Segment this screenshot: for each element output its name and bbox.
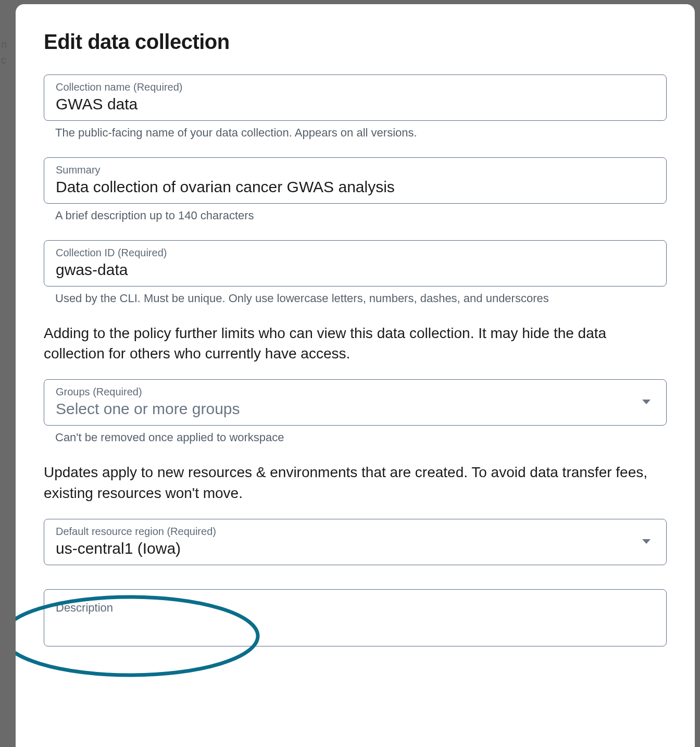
description-label: Description — [56, 601, 655, 615]
groups-placeholder: Select one or more groups — [56, 400, 642, 418]
region-field[interactable]: Default resource region (Required) us-ce… — [44, 519, 667, 565]
collection-id-label: Collection ID (Required) — [56, 247, 655, 259]
groups-label: Groups (Required) — [56, 386, 642, 398]
summary-label: Summary — [56, 164, 655, 176]
summary-helper: A brief description up to 140 characters — [44, 209, 667, 222]
summary-field[interactable]: Summary — [44, 157, 667, 204]
groups-field[interactable]: Groups (Required) Select one or more gro… — [44, 379, 667, 426]
chevron-down-icon — [642, 539, 651, 544]
modal-backdrop: nc Edit data collection Collection name … — [0, 0, 700, 747]
collection-id-field[interactable]: Collection ID (Required) — [44, 240, 667, 287]
collection-id-input[interactable] — [56, 261, 655, 279]
collection-name-helper: The public-facing name of your data coll… — [44, 126, 667, 140]
chevron-down-icon — [642, 400, 651, 404]
collection-name-label: Collection name (Required) — [56, 81, 655, 93]
summary-input[interactable] — [56, 178, 655, 196]
collection-id-helper: Used by the CLI. Must be unique. Only us… — [44, 292, 667, 305]
collection-name-input[interactable] — [56, 95, 655, 113]
region-section-text: Updates apply to new resources & environ… — [44, 462, 667, 503]
groups-helper: Can't be removed once applied to workspa… — [44, 431, 667, 444]
region-label: Default resource region (Required) — [56, 526, 642, 538]
background-text: nc — [1, 36, 7, 68]
description-field[interactable]: Description — [44, 589, 667, 646]
policy-section-text: Adding to the policy further limits who … — [44, 323, 667, 364]
edit-data-collection-modal: Edit data collection Collection name (Re… — [16, 4, 695, 747]
modal-title: Edit data collection — [44, 30, 667, 54]
collection-name-field[interactable]: Collection name (Required) — [44, 74, 667, 121]
region-value: us-central1 (Iowa) — [56, 540, 642, 557]
